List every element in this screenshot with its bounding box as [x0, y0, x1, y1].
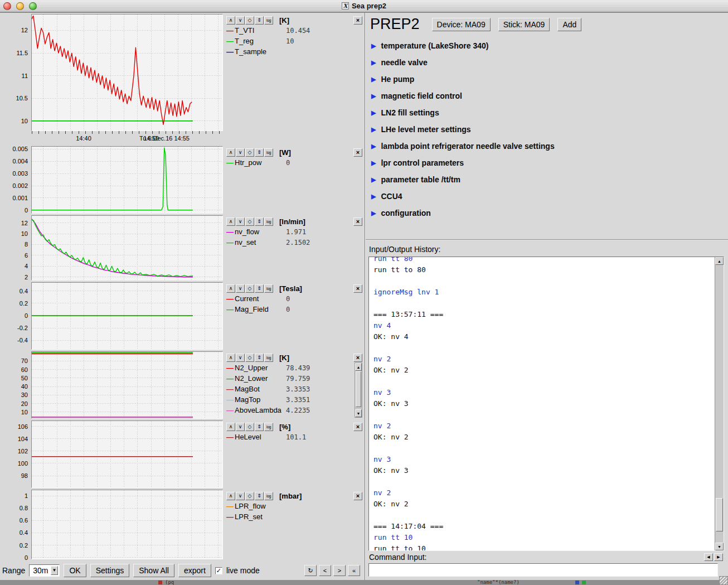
tree-item-ccu4[interactable]: ▶CCU4 [371, 188, 728, 205]
zoom-button[interactable]: ◇ [245, 423, 254, 431]
shift-up-button[interactable]: ∧ [226, 148, 235, 157]
zoom-button[interactable]: ◇ [245, 354, 254, 362]
window-resize-grip[interactable] [719, 576, 728, 585]
log-scale-button[interactable]: log [264, 354, 273, 362]
scroll-down-button[interactable]: ▼ [355, 409, 362, 417]
zoom-button[interactable]: ◇ [245, 492, 254, 500]
shift-up-button[interactable]: ∧ [226, 354, 235, 362]
shift-down-button[interactable]: ∨ [236, 148, 245, 157]
plot-area-nv-flow[interactable] [31, 215, 223, 281]
shift-up-button[interactable]: ∧ [226, 16, 235, 25]
scrollbar-thumb[interactable] [356, 371, 361, 407]
unit-label: [ln/min] [279, 217, 305, 226]
shift-up-button[interactable]: ∧ [226, 423, 235, 431]
scrollbar-track[interactable] [355, 371, 362, 409]
shift-down-button[interactable]: ∨ [236, 354, 245, 362]
stick-button[interactable]: Stick: MA09 [498, 18, 550, 31]
chart-toolbar: ∧∨◇⇕log[%] × [226, 422, 362, 432]
shift-down-button[interactable]: ∨ [236, 423, 245, 431]
window-titlebar[interactable]: X Sea prep2 [0, 0, 728, 12]
close-chart-button[interactable]: × [353, 148, 362, 157]
plot-area-temperature[interactable] [31, 14, 223, 131]
log-scale-button[interactable]: log [264, 148, 273, 157]
zoom-button[interactable]: ◇ [245, 284, 254, 293]
autoscale-button[interactable]: ⇕ [255, 217, 264, 226]
close-chart-button[interactable]: × [353, 16, 362, 25]
ok-button[interactable]: OK [64, 564, 86, 577]
tree-item-parameter-table-tt-tm[interactable]: ▶parameter table /tt/tm [371, 171, 728, 188]
autoscale-button[interactable]: ⇕ [255, 354, 264, 362]
scroll-down-button[interactable]: ▼ [715, 543, 724, 550]
show-all-button[interactable]: Show All [133, 564, 174, 577]
shift-down-button[interactable]: ∨ [236, 16, 245, 25]
tree-item-magnetic-field-control[interactable]: ▶magnetic field control [371, 88, 728, 104]
shift-up-button[interactable]: ∧ [226, 217, 235, 226]
tree-item-temperature-lakeshore-340[interactable]: ▶temperature (LakeShore 340) [371, 37, 728, 54]
scrollbar-thumb[interactable] [716, 498, 723, 531]
expand-triangle-icon: ▶ [371, 93, 376, 100]
shift-down-button[interactable]: ∨ [236, 492, 245, 500]
autoscale-button[interactable]: ⇕ [255, 16, 264, 25]
tree-item-label: He pump [381, 75, 414, 84]
history-box[interactable]: run tt 80run tt to 80 ignoreMsg lnv 1 ==… [368, 257, 724, 551]
jump-left-button[interactable]: « [348, 565, 360, 576]
page-left-button[interactable]: < [319, 565, 331, 576]
shift-up-button[interactable]: ∧ [226, 492, 235, 500]
autoscale-button[interactable]: ⇕ [255, 148, 264, 157]
range-select[interactable]: 30m ▼ [29, 564, 60, 577]
plot-area-magnetic-field[interactable] [31, 282, 223, 350]
log-scale-button[interactable]: log [264, 16, 273, 25]
close-window-button[interactable] [3, 2, 11, 10]
scroll-left-button[interactable]: ◀ [704, 553, 713, 561]
zoom-button[interactable]: ◇ [245, 148, 254, 157]
history-line: OK: nv 4 [373, 331, 715, 342]
log-scale-button[interactable]: log [264, 284, 273, 293]
log-scale-button[interactable]: log [264, 423, 273, 431]
scrollbar-track[interactable] [715, 265, 724, 543]
history-horizontal-scrollbar[interactable]: ◀ ▶ [704, 553, 723, 561]
plot-area-lpr[interactable] [31, 490, 223, 559]
device-button[interactable]: Device: MA09 [432, 18, 491, 31]
tree-item-configuration[interactable]: ▶configuration [371, 205, 728, 221]
scroll-right-button[interactable]: ▶ [714, 553, 723, 561]
command-input[interactable] [368, 563, 718, 577]
history-scrollbar[interactable]: ▲ ▼ [715, 257, 724, 550]
tree-item-lhe-level-meter-settings[interactable]: ▶LHe level meter settings [371, 121, 728, 138]
close-chart-button[interactable]: × [353, 354, 362, 362]
zoom-button[interactable]: ◇ [245, 16, 254, 25]
settings-button[interactable]: Settings [90, 564, 130, 577]
tree-item-lpr-control-parameters[interactable]: ▶lpr control parameters [371, 154, 728, 171]
plot-area-heater-power[interactable] [31, 146, 223, 214]
shift-down-button[interactable]: ∨ [236, 284, 245, 293]
y-tick-label: 4 [25, 263, 28, 269]
plot-area-n2-temperatures[interactable] [31, 351, 223, 419]
tree-item-label: CCU4 [381, 192, 402, 201]
export-button[interactable]: export [178, 564, 211, 577]
close-chart-button[interactable]: × [353, 217, 362, 226]
plot-area-he-level[interactable] [31, 420, 223, 488]
page-right-button[interactable]: > [333, 565, 346, 576]
autoscale-button[interactable]: ⇕ [255, 492, 264, 500]
scroll-up-button[interactable]: ▲ [715, 257, 724, 265]
tree-item-he-pump[interactable]: ▶He pump [371, 71, 728, 88]
log-scale-button[interactable]: log [264, 492, 273, 500]
shift-up-button[interactable]: ∧ [226, 284, 235, 293]
redraw-button[interactable]: ↻ [304, 565, 317, 576]
close-chart-button[interactable]: × [353, 284, 362, 293]
tree-item-lambda-point-refrigerator-needle-valve-settings[interactable]: ▶lambda point refrigerator needle valve … [371, 138, 728, 154]
zoom-window-button[interactable] [29, 2, 37, 10]
zoom-button[interactable]: ◇ [245, 217, 254, 226]
tree-item-needle-valve[interactable]: ▶needle valve [371, 54, 728, 71]
close-chart-button[interactable]: × [353, 492, 362, 500]
live-mode-checkbox[interactable]: ✓ [215, 567, 222, 574]
autoscale-button[interactable]: ⇕ [255, 423, 264, 431]
close-chart-button[interactable]: × [353, 423, 362, 431]
minimize-window-button[interactable] [16, 2, 24, 10]
log-scale-button[interactable]: log [264, 217, 273, 226]
autoscale-button[interactable]: ⇕ [255, 284, 264, 293]
legend-scrollbar[interactable]: ▲ ▼ [355, 362, 362, 418]
add-button[interactable]: Add [557, 18, 581, 31]
tree-item-ln2-fill-settings[interactable]: ▶LN2 fill settings [371, 104, 728, 121]
scroll-up-button[interactable]: ▲ [355, 363, 362, 371]
shift-down-button[interactable]: ∨ [236, 217, 245, 226]
